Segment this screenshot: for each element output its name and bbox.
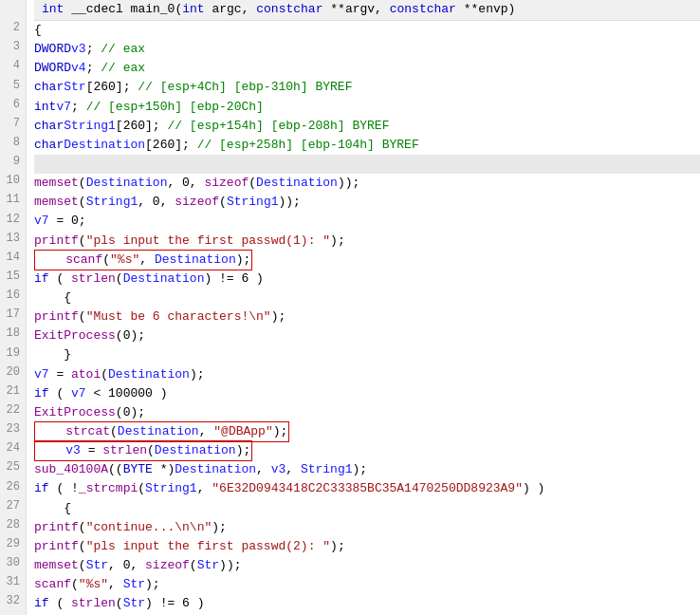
line-num: 9 <box>6 153 20 172</box>
line-num: 20 <box>6 363 20 382</box>
line-num: 13 <box>6 230 20 249</box>
line-num: 5 <box>6 77 20 96</box>
code-line: memset(Destination, 0, sizeof(Destinatio… <box>34 174 700 193</box>
line-numbers: 2345678910111213141516171819202122232425… <box>0 0 27 615</box>
line-num: 18 <box>6 325 20 344</box>
code-line: char Destination[260]; // [esp+258h] [eb… <box>34 136 700 155</box>
line-num: 25 <box>6 458 20 477</box>
code-line: if ( strlen(Destination) != 6 ) <box>34 270 700 289</box>
code-line: ExitProcess(0); <box>34 403 700 422</box>
line-num: 16 <box>6 287 20 306</box>
code-line: v3 = strlen(Destination); <box>34 441 700 460</box>
code-line: if ( v7 < 100000 ) <box>34 384 700 403</box>
line-num: 17 <box>6 306 20 325</box>
line-num: 23 <box>6 420 20 439</box>
line-num: 10 <box>6 172 20 191</box>
line-num: 31 <box>6 573 20 592</box>
code-line: printf("continue...\n\n"); <box>34 518 700 537</box>
line-num: 27 <box>6 497 20 516</box>
code-line: DWORD v3; // eax <box>34 40 700 59</box>
highlighted-code: strcat(Destination, "@DBApp"); <box>34 421 289 442</box>
code-line: scanf("%s", Str); <box>34 575 700 594</box>
line-num: 3 <box>6 38 20 57</box>
code-line: if ( strlen(Str) != 6 ) <box>34 594 700 613</box>
line-num: 29 <box>6 535 20 554</box>
line-num: 7 <box>6 115 20 134</box>
code-line: { <box>34 289 700 308</box>
code-line: printf("Must be 6 characters!\n"); <box>34 308 700 326</box>
code-header: int __cdecl main_0(int argc, const char … <box>34 0 700 21</box>
line-num: 26 <box>6 478 20 497</box>
line-num-header <box>6 0 20 19</box>
code-line: memset(Str, 0, sizeof(Str)); <box>34 556 700 575</box>
line-num: 32 <box>6 592 20 611</box>
line-num: 4 <box>6 57 20 76</box>
code-line: DWORD v4; // eax <box>34 59 700 78</box>
code-container: 2345678910111213141516171819202122232425… <box>0 0 700 615</box>
code-line: v7 = 0; <box>34 212 700 231</box>
line-num: 22 <box>6 401 20 420</box>
code-line: sub_40100A((BYTE *)Destination, v3, Stri… <box>34 460 700 479</box>
line-num: 30 <box>6 554 20 573</box>
code-line: strcat(Destination, "@DBApp"); <box>34 422 700 441</box>
line-num: 24 <box>6 439 20 458</box>
code-line: { <box>34 21 700 40</box>
code-line: printf("pls input the first passwd(1): "… <box>34 232 700 251</box>
line-num: 19 <box>6 345 20 363</box>
line-num: 12 <box>6 211 20 230</box>
highlighted-code: v3 = strlen(Destination); <box>34 440 252 461</box>
code-line <box>34 155 700 174</box>
line-num: 2 <box>6 19 20 38</box>
line-num: 14 <box>6 249 20 268</box>
line-num: 21 <box>6 382 20 401</box>
code-line: v7 = atoi(Destination); <box>34 365 700 384</box>
line-num: 28 <box>6 516 20 535</box>
line-num: 6 <box>6 96 20 115</box>
code-line: char String1[260]; // [esp+154h] [ebp-20… <box>34 117 700 136</box>
line-num: 8 <box>6 134 20 153</box>
code-line: { <box>34 499 700 518</box>
code-line: int v7; // [esp+150h] [ebp-20Ch] <box>34 98 700 117</box>
code-line: if ( !_strcmpi(String1, "6E32D0943418C2C… <box>34 479 700 498</box>
code-line: ExitProcess(0); <box>34 326 700 345</box>
code-line: } <box>34 345 700 364</box>
code-line: memset(String1, 0, sizeof(String1)); <box>34 193 700 212</box>
line-num: 11 <box>6 191 20 210</box>
code-line: printf("pls input the first passwd(2): "… <box>34 537 700 556</box>
code-area[interactable]: int __cdecl main_0(int argc, const char … <box>27 0 700 615</box>
code-line: char Str[260]; // [esp+4Ch] [ebp-310h] B… <box>34 78 700 97</box>
code-line: scanf("%s", Destination); <box>34 251 700 270</box>
highlighted-code: scanf("%s", Destination); <box>34 250 252 270</box>
line-num: 15 <box>6 268 20 287</box>
